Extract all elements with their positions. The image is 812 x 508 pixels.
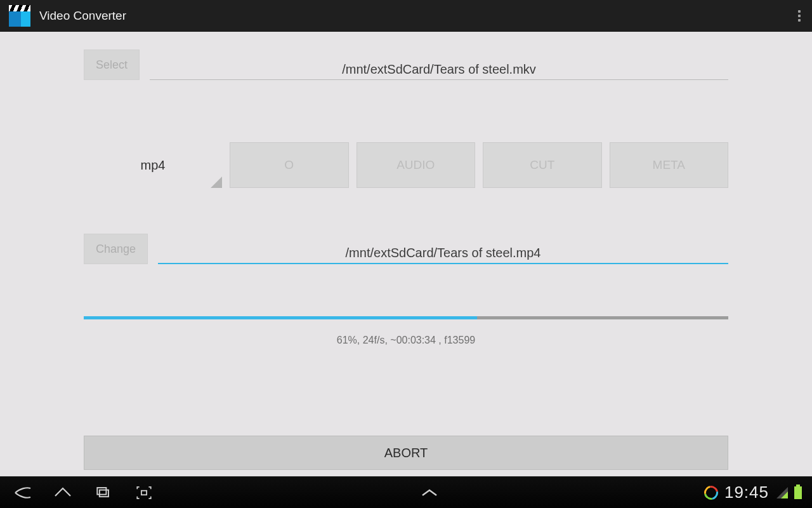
option-cut-button[interactable]: CUT [483,142,602,188]
main-content: Select /mnt/extSdCard/Tears of steel.mkv… [0,32,812,476]
overflow-menu-icon[interactable] [793,6,806,25]
svg-rect-1 [97,488,106,495]
status-clock: 19:45 [724,483,769,502]
options-row: mp4 O AUDIO CUT META [84,142,728,188]
home-icon[interactable] [52,482,74,504]
input-row: Select /mnt/extSdCard/Tears of steel.mkv [84,50,728,80]
option-o-button[interactable]: O [230,142,349,188]
option-audio-button[interactable]: AUDIO [357,142,476,188]
nav-bar: 19:45 [0,476,812,508]
app-title: Video Converter [39,9,126,23]
option-meta-button[interactable]: META [610,142,729,188]
battery-icon [794,486,802,499]
progress-status: 61%, 24f/s, ~00:03:34 , f13599 [84,335,728,346]
progress-fill [84,316,477,319]
abort-button[interactable]: ABORT [84,436,728,470]
change-button[interactable]: Change [84,234,148,264]
recent-apps-icon[interactable] [93,482,114,504]
format-spinner[interactable]: mp4 [84,142,222,188]
action-bar: Video Converter [0,0,812,32]
progress-bar [84,316,728,319]
expand-up-icon[interactable] [419,482,440,504]
status-ring-icon [704,486,718,500]
format-value: mp4 [141,158,166,173]
select-button[interactable]: Select [84,50,140,80]
output-row: Change /mnt/extSdCard/Tears of steel.mp4 [84,234,728,264]
app-icon [9,5,30,27]
output-path-field[interactable]: /mnt/extSdCard/Tears of steel.mp4 [158,246,728,264]
signal-icon [775,487,788,498]
svg-rect-2 [141,490,147,495]
screenshot-icon[interactable] [133,482,155,504]
input-path-field[interactable]: /mnt/extSdCard/Tears of steel.mkv [150,62,728,80]
back-icon[interactable] [11,482,33,504]
progress-section: 61%, 24f/s, ~00:03:34 , f13599 [84,316,728,346]
svg-rect-0 [100,490,108,497]
